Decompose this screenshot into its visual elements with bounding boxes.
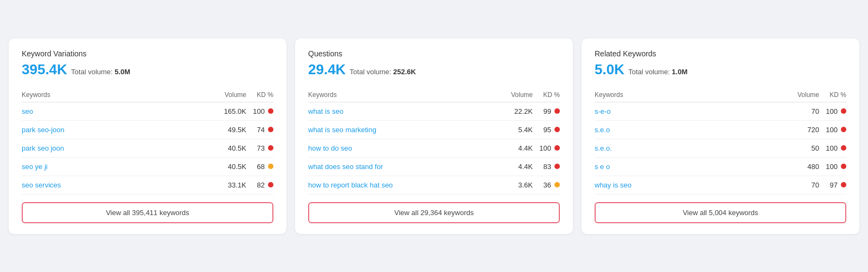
keyword-link[interactable]: seo services xyxy=(22,181,214,189)
kd-dot xyxy=(554,127,560,132)
row-kd: 73 xyxy=(253,144,265,152)
row-volume: 4.4K xyxy=(500,144,533,152)
card-title: Questions xyxy=(308,49,560,58)
keyword-link[interactable]: whay is seo xyxy=(595,181,787,189)
keyword-link[interactable]: s.e.o. xyxy=(595,144,787,152)
th-volume: Volume xyxy=(500,91,533,99)
keyword-link[interactable]: what is seo marketing xyxy=(308,126,500,134)
row-kd: 74 xyxy=(253,126,265,134)
row-kd: 100 xyxy=(253,107,265,115)
table-row: seo ye ji 40.5K 68 xyxy=(22,158,273,176)
card-related-keywords: Related Keywords5.0K Total volume: 1.0M … xyxy=(582,38,859,234)
row-kd: 100 xyxy=(539,144,551,152)
row-kd-wrap: 100 xyxy=(819,107,846,115)
kd-dot xyxy=(841,182,846,187)
table-row: what is seo marketing 5.4K 95 xyxy=(308,121,560,139)
row-kd-wrap: 100 xyxy=(533,144,560,152)
row-kd-wrap: 100 xyxy=(819,163,846,171)
card-stat: 5.0K Total volume: 1.0M xyxy=(595,61,846,78)
total-label: Total volume: xyxy=(71,68,114,76)
row-kd: 100 xyxy=(826,126,838,134)
kd-dot xyxy=(554,164,560,169)
row-volume: 165.0K xyxy=(214,107,246,115)
card-stat: 395.4K Total volume: 5.0M xyxy=(22,61,273,78)
row-volume: 22.2K xyxy=(500,107,533,115)
th-keywords: Keywords xyxy=(22,91,214,99)
row-kd: 99 xyxy=(539,107,551,115)
kd-dot xyxy=(554,145,560,151)
table-row: park seo joon 40.5K 73 xyxy=(22,139,273,158)
kd-dot xyxy=(841,127,846,132)
card-stat: 29.4K Total volume: 252.6K xyxy=(308,61,560,78)
row-kd-wrap: 100 xyxy=(819,126,846,134)
keyword-link[interactable]: what does seo stand for xyxy=(308,163,500,171)
keyword-link[interactable]: how to report black hat seo xyxy=(308,181,500,189)
total-value: 5.0M xyxy=(114,68,130,76)
view-all-button[interactable]: View all 395,411 keywords xyxy=(22,202,273,223)
total-value: 252.6K xyxy=(393,68,416,76)
keyword-link[interactable]: seo ye ji xyxy=(22,163,214,171)
keyword-link[interactable]: park seo-joon xyxy=(22,126,214,134)
row-kd: 100 xyxy=(826,107,838,115)
row-kd: 100 xyxy=(826,144,838,152)
keyword-link[interactable]: how to do seo xyxy=(308,144,500,152)
table-row: s.e.o. 50 100 xyxy=(595,139,846,158)
th-kd: KD % xyxy=(533,91,560,99)
row-volume: 5.4K xyxy=(500,126,533,134)
card-questions: Questions29.4K Total volume: 252.6K Keyw… xyxy=(295,38,573,234)
row-kd: 36 xyxy=(539,181,551,189)
row-volume: 720 xyxy=(787,126,819,134)
kd-dot xyxy=(841,164,846,169)
row-kd-wrap: 95 xyxy=(533,126,560,134)
kd-dot xyxy=(268,182,273,187)
row-kd: 83 xyxy=(539,163,551,171)
kd-dot xyxy=(841,145,846,151)
th-kd: KD % xyxy=(819,91,846,99)
row-kd-wrap: 97 xyxy=(819,181,846,189)
total-label: Total volume: xyxy=(350,68,393,76)
cards-container: Keyword Variations395.4K Total volume: 5… xyxy=(9,38,859,234)
row-kd-wrap: 83 xyxy=(533,163,560,171)
kd-dot xyxy=(268,164,273,169)
row-kd: 97 xyxy=(826,181,838,189)
keyword-link[interactable]: park seo joon xyxy=(22,144,214,152)
view-all-button[interactable]: View all 5,004 keywords xyxy=(595,202,846,223)
keyword-link[interactable]: seo xyxy=(22,107,214,115)
row-kd-wrap: 82 xyxy=(246,181,273,189)
table-row: seo services 33.1K 82 xyxy=(22,176,273,195)
th-volume: Volume xyxy=(787,91,819,99)
row-kd-wrap: 36 xyxy=(533,181,560,189)
row-volume: 50 xyxy=(787,144,819,152)
table-row: s e o 480 100 xyxy=(595,158,846,176)
table-row: what is seo 22.2K 99 xyxy=(308,102,560,121)
card-title: Keyword Variations xyxy=(22,49,273,58)
th-volume: Volume xyxy=(214,91,246,99)
th-kd: KD % xyxy=(246,91,273,99)
row-kd-wrap: 74 xyxy=(246,126,273,134)
total-value: 1.0M xyxy=(672,68,687,76)
row-volume: 33.1K xyxy=(214,181,246,189)
keyword-link[interactable]: s e o xyxy=(595,163,787,171)
total-label: Total volume: xyxy=(628,68,672,76)
th-keywords: Keywords xyxy=(308,91,500,99)
kd-dot xyxy=(268,108,273,114)
row-volume: 3.6K xyxy=(500,181,533,189)
kd-dot xyxy=(268,145,273,151)
row-kd-wrap: 99 xyxy=(533,107,560,115)
keyword-link[interactable]: s.e.o xyxy=(595,126,787,134)
row-kd: 100 xyxy=(826,163,838,171)
table-row: whay is seo 70 97 xyxy=(595,176,846,195)
view-all-button[interactable]: View all 29,364 keywords xyxy=(308,202,560,223)
table-row: what does seo stand for 4.4K 83 xyxy=(308,158,560,176)
row-volume: 480 xyxy=(787,163,819,171)
kd-dot xyxy=(268,127,273,132)
keyword-link[interactable]: what is seo xyxy=(308,107,500,115)
keyword-link[interactable]: s-e-o xyxy=(595,107,787,115)
table-header: Keywords Volume KD % xyxy=(22,86,273,102)
row-kd-wrap: 100 xyxy=(819,144,846,152)
row-volume: 4.4K xyxy=(500,163,533,171)
row-volume: 40.5K xyxy=(214,144,246,152)
kd-dot xyxy=(554,108,560,114)
row-kd: 82 xyxy=(253,181,265,189)
table-row: park seo-joon 49.5K 74 xyxy=(22,121,273,139)
